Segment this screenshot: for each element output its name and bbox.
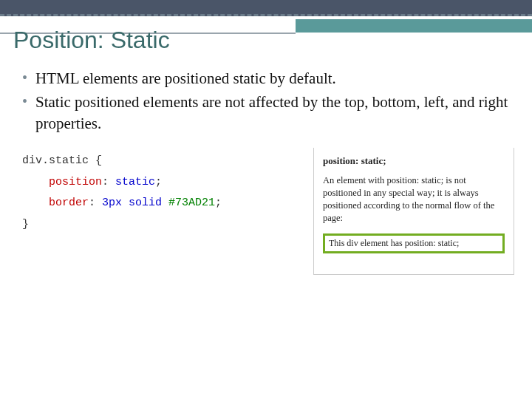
- example-heading: position: static;: [323, 155, 505, 167]
- example-panel: position: static; An element with positi…: [313, 148, 514, 275]
- code-block: div.static { position: static; border: 3…: [18, 148, 284, 275]
- code-val: 3px: [102, 197, 122, 209]
- code-brace: {: [89, 154, 102, 167]
- code-sep: :: [102, 176, 115, 188]
- content-row: div.static { position: static; border: 3…: [18, 148, 514, 275]
- code-prop: border: [49, 197, 89, 209]
- bullet-item: Static positioned elements are not affec…: [22, 92, 510, 134]
- code-prop: position: [49, 176, 102, 188]
- slide-topbar: [0, 0, 532, 16]
- code-val: solid: [122, 197, 168, 209]
- slide-title: Position: Static: [13, 27, 170, 54]
- example-paragraph: An element with position: static; is not…: [323, 174, 505, 225]
- code-end: ;: [155, 176, 162, 188]
- code-brace: }: [22, 214, 279, 236]
- example-static-box: This div element has position: static;: [323, 233, 505, 253]
- code-end: ;: [215, 197, 222, 209]
- code-val: static: [115, 176, 155, 188]
- accent-strip: [296, 16, 532, 33]
- code-line: position: static;: [22, 172, 279, 194]
- code-selector: div.static: [22, 154, 89, 167]
- code-sep: :: [89, 197, 102, 209]
- code-val: #73AD21: [168, 197, 215, 209]
- code-line: div.static {: [22, 151, 279, 172]
- code-line: border: 3px solid #73AD21;: [22, 193, 279, 214]
- bullet-list: HTML elements are positioned static by d…: [22, 68, 510, 137]
- bullet-item: HTML elements are positioned static by d…: [22, 68, 510, 89]
